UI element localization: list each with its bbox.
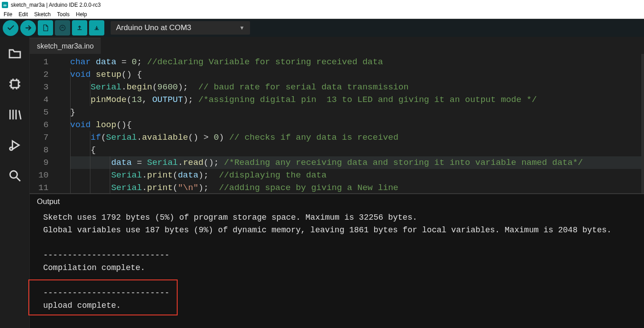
code-editor[interactable]: 1234567891011 char data = 0; //declaring… xyxy=(30,54,644,193)
editor-wrap: sketch_mar3a.ino 1234567891011 char data… xyxy=(30,37,644,328)
code-lines: char data = 0; //declaring Variable for … xyxy=(53,54,644,193)
editor-tab[interactable]: sketch_mar3a.ino xyxy=(30,38,101,54)
menu-help[interactable]: Help xyxy=(76,11,87,18)
upload-icon xyxy=(76,24,83,31)
scrollbar[interactable] xyxy=(641,54,644,193)
output-header-label: Output xyxy=(37,197,60,206)
debug-button[interactable] xyxy=(6,137,23,154)
output-panel: Output Sketch uses 1792 bytes (5%) of pr… xyxy=(30,193,644,328)
editor-tab-label: sketch_mar3a.ino xyxy=(37,42,94,50)
menu-edit[interactable]: Edit xyxy=(18,11,28,18)
upload-button[interactable] xyxy=(20,20,36,36)
download-icon xyxy=(93,24,100,31)
check-icon xyxy=(7,24,15,32)
output-body[interactable]: Sketch uses 1792 bytes (5%) of program s… xyxy=(30,209,644,328)
line-gutter: 1234567891011 xyxy=(30,54,53,193)
new-sketch-button[interactable] xyxy=(38,20,53,35)
menubar: File Edit Sketch Tools Help xyxy=(0,10,644,19)
svg-point-0 xyxy=(60,25,65,31)
download-arrow-button[interactable] xyxy=(89,20,104,35)
folder-icon xyxy=(8,46,22,61)
activity-bar xyxy=(0,37,30,328)
file-icon xyxy=(42,24,49,31)
window-title: sketch_mar3a | Arduino IDE 2.0.0-rc3 xyxy=(11,2,101,8)
board-selector-label: Arduino Uno at COM3 xyxy=(116,23,191,32)
arrow-right-icon xyxy=(24,24,32,32)
debug-icon xyxy=(8,138,22,152)
search-button[interactable] xyxy=(6,167,23,184)
svg-rect-1 xyxy=(11,80,18,88)
verify-button[interactable] xyxy=(3,20,18,36)
upload-arrow-button[interactable] xyxy=(72,20,87,35)
app-icon: ∞ xyxy=(2,2,8,8)
board-selector[interactable]: Arduino Uno at COM3 ▼ xyxy=(111,21,250,35)
menu-tools[interactable]: Tools xyxy=(57,11,70,18)
window-titlebar: ∞ sketch_mar3a | Arduino IDE 2.0.0-rc3 xyxy=(0,0,644,10)
library-icon xyxy=(8,107,22,122)
search-icon xyxy=(8,168,22,183)
svg-point-2 xyxy=(9,147,13,151)
chip-icon xyxy=(8,77,22,91)
boards-manager-button[interactable] xyxy=(6,75,23,93)
open-button[interactable] xyxy=(55,20,70,35)
explorer-button[interactable] xyxy=(6,45,23,62)
main-area: sketch_mar3a.ino 1234567891011 char data… xyxy=(0,37,644,328)
arrow-up-circle-icon xyxy=(59,24,66,31)
menu-file[interactable]: File xyxy=(4,11,12,18)
toolbar: Arduino Uno at COM3 ▼ xyxy=(0,19,644,37)
library-manager-button[interactable] xyxy=(6,106,23,123)
editor-tabbar: sketch_mar3a.ino xyxy=(30,37,644,54)
output-header[interactable]: Output xyxy=(30,194,644,209)
menu-sketch[interactable]: Sketch xyxy=(34,11,51,18)
chevron-down-icon: ▼ xyxy=(239,25,245,31)
svg-point-3 xyxy=(10,171,17,178)
